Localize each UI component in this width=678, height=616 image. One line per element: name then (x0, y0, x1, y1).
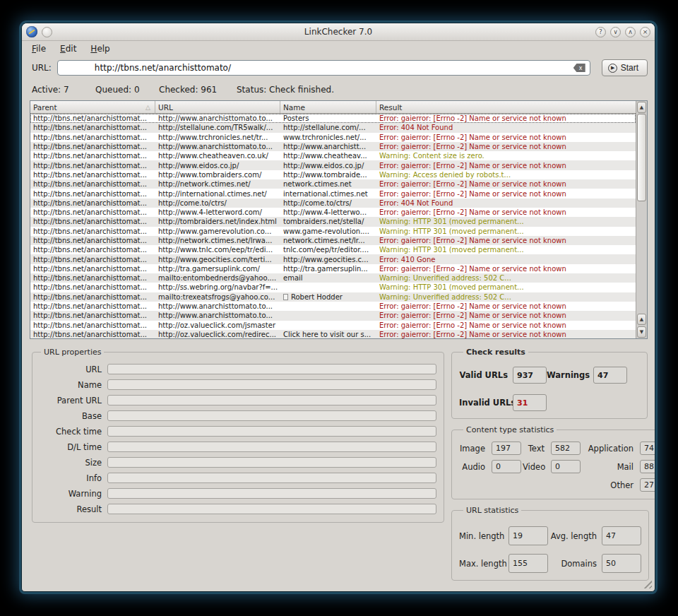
cell-result: Error: 410 Gone (376, 254, 636, 263)
base-field[interactable] (107, 410, 436, 421)
cell-parent: http://tbns.net/anarchisttomat... (30, 273, 155, 283)
table-row[interactable]: http://tbns.net/anarchisttomat...http://… (30, 160, 636, 170)
text-label: Text (523, 444, 549, 454)
scrollbar-thumb[interactable] (637, 114, 646, 201)
cell-parent: http://tbns.net/anarchisttomat... (30, 236, 155, 245)
audio-label: Audio (459, 462, 490, 472)
cell-result: Warning: HTTP 301 (moved permanent... (376, 227, 636, 236)
url-field[interactable] (107, 364, 436, 374)
menu-file[interactable]: File (32, 44, 46, 54)
cell-name: tnlc.com/eep/tr/editor.... (280, 245, 376, 254)
column-header-name[interactable]: Name (280, 101, 376, 113)
url-statistics-title: URL statistics (463, 506, 521, 515)
text-value: 582 (551, 442, 581, 455)
cell-name: email (280, 273, 376, 283)
table-row[interactable]: http://tbns.net/anarchisttomat...http://… (30, 330, 636, 338)
cell-result: Error: gaierror: [Errno -2] Name or serv… (376, 142, 636, 151)
table-row[interactable]: http://tbns.net/anarchisttomat...mailto:… (30, 292, 636, 302)
url-label: URL: (32, 63, 52, 73)
cell-result: Error: gaierror: [Errno -2] Name or serv… (376, 114, 636, 123)
table-row[interactable]: http://tbns.net/anarchisttomat...http://… (30, 151, 636, 160)
cell-result: Warning: Content size is zero. (376, 151, 636, 160)
scrollbar-track[interactable] (636, 114, 647, 313)
table-row[interactable]: http://tbns.net/anarchisttomat...http://… (30, 311, 636, 320)
table-row[interactable]: http://tbns.net/anarchisttomat...http://… (30, 283, 636, 292)
url-properties-fields: URLNameParent URLBaseCheck timeD/L timeS… (37, 364, 436, 514)
table-row[interactable]: http://tbns.net/anarchisttomat...http://… (30, 142, 636, 151)
cell-result: Warning: Access denied by robots.t... (376, 170, 636, 179)
table-row[interactable]: http://tbns.net/anarchisttomat...http://… (30, 236, 636, 245)
table-row[interactable]: http://tbns.net/anarchisttomat...http://… (30, 227, 636, 236)
property-label: Info (37, 473, 107, 483)
column-header-result[interactable]: Result (376, 101, 636, 113)
invalid-urls-value: 31 (513, 394, 547, 411)
cell-name: http://www.anarchistt... (280, 142, 376, 151)
table-row[interactable]: http://tbns.net/anarchisttomat...http://… (30, 264, 636, 273)
cell-url: http://tombraiders.net/index.html (155, 217, 280, 226)
image-label: Image (459, 444, 490, 454)
info-field[interactable] (107, 473, 436, 483)
menu-help[interactable]: Help (90, 44, 109, 54)
table-row[interactable]: http://tbns.net/anarchisttomat...http://… (30, 217, 636, 226)
table-row[interactable]: http://tbns.net/anarchisttomat...http://… (30, 245, 636, 254)
cell-url: http://www.anarchisttomato.to... (155, 142, 280, 151)
cell-parent: http://tbns.net/anarchisttomat... (30, 133, 155, 142)
table-scrollbar[interactable]: ▲ ▲ ▼ (636, 101, 647, 338)
cell-parent: http://tbns.net/anarchisttomat... (30, 264, 155, 273)
avg-length-value: 47 (602, 526, 641, 545)
content-type-statistics-panel: Content type statistics Image 197 Text 5… (451, 425, 655, 499)
cell-parent: http://tbns.net/anarchisttomat... (30, 311, 155, 320)
url-input[interactable] (58, 61, 573, 75)
cell-url: http://www.anarchisttomato.to... (155, 114, 280, 123)
table-row[interactable]: http://tbns.net/anarchisttomat...http://… (30, 321, 636, 330)
cell-url: http://tra.gamersuplink.com/ (155, 264, 280, 273)
play-icon: ▶ (608, 64, 617, 73)
cell-result: Error: gaierror: [Errno -2] Name or serv… (376, 311, 636, 320)
table-row[interactable]: http://tbns.net/anarchisttomat...http://… (30, 170, 636, 179)
size-field[interactable] (107, 457, 436, 468)
name-field[interactable] (107, 379, 436, 390)
cell-url: mailto:trexeatsfrogs@yahoo.co... (155, 292, 280, 302)
scroll-up-icon-bottom[interactable]: ▲ (637, 314, 646, 325)
cell-url: http://stellalune.com/TR5walk/... (155, 123, 280, 132)
cell-url: http://international.ctimes.net/ (155, 189, 280, 198)
table-row[interactable]: http://tbns.net/anarchisttomat...http://… (30, 123, 636, 132)
scroll-down-icon[interactable]: ▼ (637, 326, 646, 338)
table-row[interactable]: http://tbns.net/anarchisttomat...http://… (30, 114, 636, 123)
max-length-value: 155 (509, 554, 548, 573)
column-header-url[interactable]: URL (155, 101, 280, 113)
table-row[interactable]: http://tbns.net/anarchisttomat...http://… (30, 189, 636, 198)
table-row[interactable]: http://tbns.net/anarchisttomat...mailto:… (30, 273, 636, 283)
warning-field[interactable] (107, 488, 436, 499)
video-value: 0 (551, 460, 581, 473)
check-time-field[interactable] (107, 426, 436, 437)
column-header-parent[interactable]: Parent △ (30, 101, 155, 113)
parent-url-field[interactable] (107, 395, 436, 405)
audio-value: 0 (492, 460, 521, 473)
result-field[interactable] (107, 504, 436, 514)
cell-parent: http://tbns.net/anarchisttomat... (30, 179, 155, 189)
menu-edit[interactable]: Edit (60, 44, 76, 54)
linkchecker-window: LinkChecker 7.0 ? ∨ ∧ × File Edit Help U… (21, 23, 655, 592)
clear-input-icon[interactable]: x (573, 64, 585, 72)
cell-parent: http://tbns.net/anarchisttomat... (30, 160, 155, 170)
d-l-time-field[interactable] (107, 442, 436, 452)
scroll-up-icon[interactable]: ▲ (637, 102, 646, 113)
table-row[interactable]: http://tbns.net/anarchisttomat...http://… (30, 254, 636, 263)
table-row[interactable]: http://tbns.net/anarchisttomat...http://… (30, 133, 636, 142)
table-row[interactable]: http://tbns.net/anarchisttomat...http://… (30, 302, 636, 311)
cell-name: www.game-revolution.... (280, 227, 376, 236)
start-button[interactable]: ▶ Start (602, 59, 648, 76)
cell-url: http://oz.valueclick.com/jsmaster (155, 321, 280, 330)
warnings-value: 47 (593, 367, 627, 384)
cell-name: http://www.tombraide... (280, 170, 376, 179)
table-row[interactable]: http://tbns.net/anarchisttomat...http://… (30, 199, 636, 208)
application-value: 74 (640, 442, 655, 455)
cell-parent: http://tbns.net/anarchisttomat... (30, 142, 155, 151)
app-icon[interactable] (26, 26, 37, 37)
table-row[interactable]: http://tbns.net/anarchisttomat...http://… (30, 208, 636, 217)
property-label: Base (37, 411, 107, 421)
cell-name: www.trchronicles.net/... (280, 133, 376, 142)
table-row[interactable]: http://tbns.net/anarchisttomat...http://… (30, 179, 636, 189)
titlebar[interactable]: LinkChecker 7.0 ? ∨ ∧ × (22, 23, 655, 41)
